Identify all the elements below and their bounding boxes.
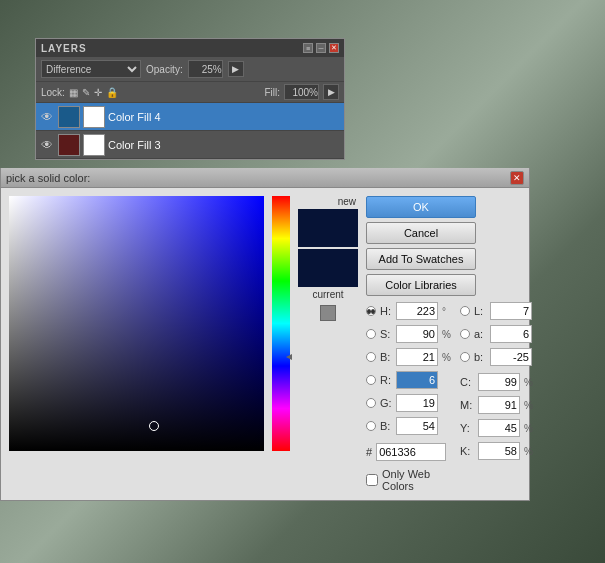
layer-thumb-1: [58, 134, 80, 156]
y-input[interactable]: [478, 419, 520, 437]
h-label: H:: [380, 305, 392, 317]
c-unit: %: [524, 377, 534, 388]
color-profile-icon[interactable]: [320, 305, 336, 321]
fill-stepper[interactable]: ▶: [323, 84, 339, 100]
opacity-input[interactable]: [188, 60, 223, 78]
lock-all-icon[interactable]: 🔒: [106, 87, 118, 98]
opacity-label: Opacity:: [146, 64, 183, 75]
minimize-button[interactable]: ─: [316, 43, 326, 53]
k-field-line: K: %: [460, 441, 534, 461]
blab-radio[interactable]: [460, 352, 470, 362]
l-radio[interactable]: [460, 306, 470, 316]
c-input[interactable]: [478, 373, 520, 391]
k-label: K:: [460, 445, 474, 457]
m-label: M:: [460, 399, 474, 411]
s-radio[interactable]: [366, 329, 376, 339]
lock-position-icon[interactable]: ✛: [94, 87, 102, 98]
layers-title-bar: LAYERS ≡ ─ ✕: [36, 39, 344, 57]
hue-slider[interactable]: [272, 196, 290, 451]
h-input[interactable]: [396, 302, 438, 320]
a-field-line: a:: [460, 324, 534, 344]
cancel-button[interactable]: Cancel: [366, 222, 476, 244]
k-unit: %: [524, 446, 534, 457]
k-input[interactable]: [478, 442, 520, 460]
b2-input[interactable]: [396, 417, 438, 435]
layers-panel-title: LAYERS: [41, 43, 87, 54]
a-radio[interactable]: [460, 329, 470, 339]
l-label: L:: [474, 305, 486, 317]
color-picker-title: pick a solid color:: [6, 172, 90, 184]
s-field-line: S: %: [366, 324, 452, 344]
fill-input[interactable]: [284, 84, 319, 100]
layer-mask-0: [83, 106, 105, 128]
g-label: G:: [380, 397, 392, 409]
gradient-dark-overlay: [9, 196, 264, 451]
visibility-icon-0[interactable]: 👁: [39, 109, 55, 125]
lock-label: Lock:: [41, 87, 65, 98]
c-field-line: C: %: [460, 372, 534, 392]
action-buttons: OK Cancel Add To Swatches Color Librarie…: [366, 196, 534, 296]
add-to-swatches-button[interactable]: Add To Swatches: [366, 248, 476, 270]
color-picker-close-button[interactable]: ✕: [510, 171, 524, 185]
layers-title-controls: ≡ ─ ✕: [303, 43, 339, 53]
l-input[interactable]: [490, 302, 532, 320]
c-label: C:: [460, 376, 474, 388]
h-field-line: H: °: [366, 301, 452, 321]
ok-button[interactable]: OK: [366, 196, 476, 218]
s-input[interactable]: [396, 325, 438, 343]
new-label: new: [338, 196, 356, 207]
preview-current-color[interactable]: [298, 249, 358, 287]
g-field-line: G:: [366, 393, 452, 413]
lock-move-icon[interactable]: ✎: [82, 87, 90, 98]
blab-input[interactable]: [490, 348, 532, 366]
only-web-colors-checkbox[interactable]: [366, 474, 378, 486]
y-label: Y:: [460, 422, 474, 434]
b-radio[interactable]: [366, 352, 376, 362]
color-picker-body: new current OK Cancel Add To Swatches Co…: [1, 188, 529, 500]
b-label: B:: [380, 351, 392, 363]
color-picker-dialog: pick a solid color: ✕ new current: [0, 168, 530, 501]
layers-panel: LAYERS ≡ ─ ✕ Difference Opacity: ▶ Lock:…: [35, 38, 345, 160]
layer-row-1[interactable]: 👁 Color Fill 3: [36, 131, 344, 159]
color-fields-row: H: ° S: % B:: [366, 301, 534, 492]
hsb-rgb-group: H: ° S: % B:: [366, 301, 452, 492]
r-field-line: R:: [366, 370, 452, 390]
layer-thumb-0: [58, 106, 80, 128]
preview-new-color[interactable]: [298, 209, 358, 247]
s-label: S:: [380, 328, 392, 340]
m-input[interactable]: [478, 396, 520, 414]
r-radio[interactable]: [366, 375, 376, 385]
color-picker-titlebar: pick a solid color: ✕: [1, 168, 529, 188]
layers-lock-row: Lock: ▦ ✎ ✛ 🔒 Fill: ▶: [36, 82, 344, 103]
b-unit: %: [442, 352, 452, 363]
close-button[interactable]: ✕: [329, 43, 339, 53]
m-unit: %: [524, 400, 534, 411]
hex-input[interactable]: [376, 443, 446, 461]
gradient-background: [9, 196, 264, 451]
b-input[interactable]: [396, 348, 438, 366]
color-libraries-button[interactable]: Color Libraries: [366, 274, 476, 296]
visibility-icon-1[interactable]: 👁: [39, 137, 55, 153]
blab-field-line: b:: [460, 347, 534, 367]
a-input[interactable]: [490, 325, 532, 343]
current-label: current: [312, 289, 343, 300]
g-input[interactable]: [396, 394, 438, 412]
b2-label: B:: [380, 420, 392, 432]
r-input[interactable]: [396, 371, 438, 389]
b-field-line: B: %: [366, 347, 452, 367]
layer-name-0: Color Fill 4: [108, 111, 161, 123]
fill-label: Fill:: [264, 87, 280, 98]
only-web-colors-row: Only Web Colors: [366, 468, 452, 492]
lab-cmyk-group: L: a: b:: [460, 301, 534, 492]
b2-radio[interactable]: [366, 421, 376, 431]
collapse-button[interactable]: ≡: [303, 43, 313, 53]
h-radio[interactable]: [366, 306, 376, 316]
blend-mode-select[interactable]: Difference: [41, 60, 141, 78]
layer-row-0[interactable]: 👁 Color Fill 4: [36, 103, 344, 131]
layer-name-1: Color Fill 3: [108, 139, 161, 151]
lock-pixels-icon[interactable]: ▦: [69, 87, 78, 98]
color-gradient-square[interactable]: [9, 196, 264, 451]
opacity-stepper[interactable]: ▶: [228, 61, 244, 77]
g-radio[interactable]: [366, 398, 376, 408]
blab-label: b:: [474, 351, 486, 363]
